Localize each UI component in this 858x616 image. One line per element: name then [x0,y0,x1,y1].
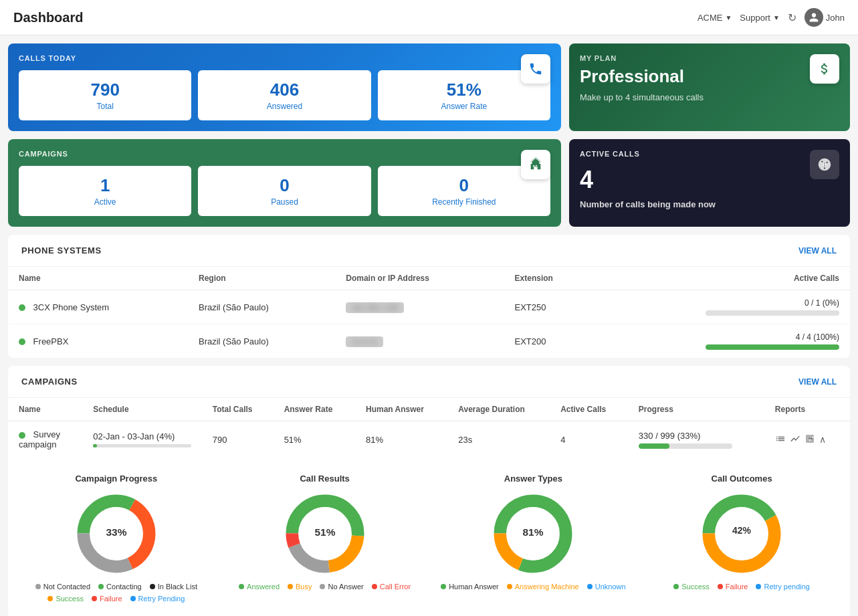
legend-dot [320,584,325,589]
chart-report-icon[interactable] [790,433,800,446]
answer-rate-number: 51% [391,80,537,100]
camp-active-calls-0: 4 [550,421,628,458]
main-content: CALLS TODAY 790 Total 406 Answered 51% A… [0,35,858,616]
progress-container: 4 / 4 (100%) [611,332,839,350]
support-menu[interactable]: Support ▼ [740,13,779,23]
ps-active-calls-0: 0 / 1 (0%) [600,290,850,324]
calls-today-card: CALLS TODAY 790 Total 406 Answered 51% A… [8,43,561,131]
list-report-icon[interactable] [775,433,786,446]
user-name: John [826,13,845,23]
progress-bar-fill [706,344,839,350]
campaigns-table-title: CAMPAIGNS [21,377,78,387]
legend-item: Retry Pending [130,595,185,603]
schedule-bar-fill [93,444,97,447]
campaigns-table: Name Schedule Total Calls Answer Rate Hu… [8,398,850,616]
collapse-button[interactable]: ∧ [819,434,826,445]
legend-dot [441,584,446,589]
blurred-domain: 192.168.1.100 [346,302,403,313]
campaigns-stats: 1 Active 0 Paused 0 Recently Finished [19,166,550,216]
status-indicator [19,338,25,345]
ps-domain-1: 10.0.0.5 [335,324,504,358]
campaign-expand-row: Campaign Progress 33% Not Contacted Co [8,457,850,616]
legend-item: Answering Machine [507,583,579,591]
donut-chart: 42% [698,490,785,577]
phone-systems-section: PHONE SYSTEMS VIEW ALL Name Region Domai… [8,235,850,358]
refresh-button[interactable]: ↻ [788,11,796,24]
analytics-report-icon[interactable] [805,433,815,446]
answer-types-chart: Answer Types 81% Human Answer Answering … [436,474,631,603]
chart-legend: Answered Busy No Answer Call Error [227,583,423,591]
nav-right: ACME ▼ Support ▼ ↻ John [698,8,845,27]
progress-text: 4 / 4 (100%) [796,332,839,342]
svg-point-0 [823,163,827,167]
campaigns-icon-button[interactable] [521,150,550,179]
legend-item: Human Answer [441,583,499,591]
campaigns-widget-label: CAMPAIGNS [19,150,550,158]
call-outcomes-chart: Call Outcomes 42% Success Failure Retry [644,474,839,603]
active-campaigns-number: 1 [32,175,178,196]
phone-systems-view-all[interactable]: VIEW ALL [798,246,837,255]
ps-extension-0: EXT250 [504,290,601,324]
progress-text: 0 / 1 (0%) [805,298,839,308]
campaigns-header-row: Name Schedule Total Calls Answer Rate Hu… [8,398,850,421]
legend-dot [150,584,155,589]
answer-rate-label: Answer Rate [391,102,537,111]
table-row: FreePBX Brazil (São Paulo) 10.0.0.5 EXT2… [8,324,850,358]
paused-campaigns-box: 0 Paused [198,166,370,216]
status-indicator [19,304,25,311]
plan-icon-button[interactable] [810,54,839,84]
finished-campaigns-label: Recently Finished [391,197,537,207]
legend-label: Success [681,583,710,591]
legend-label: Success [56,595,84,603]
total-calls-label: Total [32,102,178,111]
progress-bar-track [706,310,839,316]
legend-item: Unknown [587,583,626,591]
campaigns-view-all[interactable]: VIEW ALL [798,377,837,387]
camp-answer-rate-0: 51% [274,421,355,458]
legend-dot [47,596,53,601]
legend-dot [756,584,761,589]
status-indicator [19,432,25,439]
progress-container: 0 / 1 (0%) [611,298,839,316]
user-menu[interactable]: John [805,8,845,27]
donut-chart: 81% [490,490,576,577]
legend-item: Retry pending [756,583,810,591]
chart-title: Call Outcomes [644,474,839,484]
col-progress: Progress [628,398,764,421]
phone-systems-title: PHONE SYSTEMS [21,245,102,255]
total-calls-number: 790 [32,80,178,100]
camp-avg-duration-0: 23s [447,421,550,458]
campaign-progress-bar-fill [639,443,669,449]
avatar [805,8,823,27]
phone-systems-header: PHONE SYSTEMS VIEW ALL [8,235,850,267]
active-calls-description: Number of calls being made now [580,199,839,209]
active-campaigns-box: 1 Active [19,166,191,216]
paused-campaigns-number: 0 [211,175,357,196]
active-calls-icon-button[interactable] [810,150,839,179]
legend-item: Not Contacted [35,583,90,591]
legend-label: Answered [247,583,280,591]
calls-today-icon-button[interactable] [521,54,550,84]
acme-menu[interactable]: ACME ▼ [698,13,732,23]
support-chevron-icon: ▼ [773,14,780,21]
table-row: 3CX Phone System Brazil (São Paulo) 192.… [8,290,850,324]
page-title: Dashboard [13,10,83,25]
ps-region-0: Brazil (São Paulo) [188,290,335,324]
svg-text:51%: 51% [314,526,335,538]
answered-calls-box: 406 Answered [198,70,370,120]
legend-item: Failure [718,583,748,591]
ps-extension-1: EXT200 [504,324,601,358]
donut-chart: 51% [282,490,368,577]
legend-dot [239,584,244,589]
camp-reports-0: ∧ [764,421,850,458]
legend-label: Failure [726,583,748,591]
legend-item: Failure [92,595,122,603]
ps-name-0: 3CX Phone System [8,290,188,324]
legend-dot [587,584,593,589]
legend-item: Contacting [98,583,142,591]
ps-domain-0: 192.168.1.100 [335,290,504,324]
legend-label: Call Error [380,583,411,591]
support-label: Support [740,13,770,23]
col-avg-duration: Average Duration [447,398,550,421]
total-calls-box: 790 Total [19,70,191,120]
